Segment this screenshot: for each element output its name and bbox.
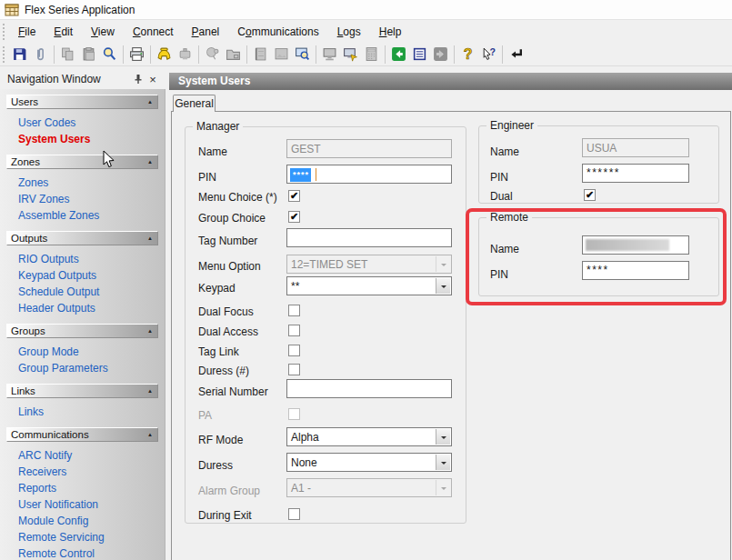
menu-logs[interactable]: Logs (328, 23, 370, 41)
tab-general[interactable]: General (173, 95, 216, 112)
nav-item-zones[interactable]: Zones (0, 175, 165, 191)
find-panel-icon[interactable] (292, 45, 313, 65)
alarm-group-dropdown[interactable]: A1 - (286, 478, 452, 497)
menu-help[interactable]: Help (370, 23, 411, 41)
collapse-icon[interactable]: ▲ (145, 432, 155, 437)
nav-item-system-users[interactable]: System Users (0, 131, 165, 147)
menu-bar: File Edit View Connect Panel Communicati… (0, 20, 732, 43)
enter-icon[interactable] (506, 45, 526, 65)
attach-icon[interactable] (30, 45, 51, 65)
save-icon[interactable] (9, 45, 30, 65)
records-icon[interactable] (409, 45, 430, 65)
engineer-groupbox: Engineer Name USUA PIN ****** Dual (478, 125, 719, 204)
duress-hash-checkbox[interactable] (288, 364, 300, 375)
nav-item-user-codes[interactable]: User Codes (0, 115, 165, 131)
nav-item-irv-zones[interactable]: IRV Zones (0, 191, 165, 207)
nav-section-outputs[interactable]: Outputs ▲ (6, 231, 158, 245)
menu-edit[interactable]: Edit (45, 23, 82, 41)
menu-choice-checkbox[interactable] (288, 190, 300, 202)
window-title: Flex Series Application (25, 4, 135, 16)
print-icon[interactable] (126, 45, 147, 65)
computer-icon[interactable] (319, 45, 340, 65)
duress-dropdown[interactable]: None (286, 453, 452, 472)
dual-access-checkbox[interactable] (288, 325, 300, 336)
collapse-icon[interactable]: ▲ (145, 328, 155, 334)
manager-group-title: Manager (193, 120, 243, 133)
menu-communications[interactable]: Communications (228, 23, 327, 41)
menu-panel[interactable]: Panel (183, 23, 229, 41)
tag-number-input[interactable] (286, 228, 452, 247)
pin-icon[interactable] (131, 72, 145, 86)
manager-name-input[interactable]: GEST (286, 139, 452, 158)
nav-item-remote-control[interactable]: Remote Control (0, 545, 165, 560)
navigation-window-titlebar: Navigation Window × (0, 69, 165, 89)
search-icon[interactable] (99, 45, 120, 65)
nav-item-header-outputs[interactable]: Header Outputs (0, 300, 165, 316)
group-choice-checkbox[interactable] (288, 211, 300, 223)
serial-number-input[interactable] (286, 379, 452, 398)
close-icon[interactable]: × (145, 72, 160, 86)
collapse-icon[interactable]: ▲ (145, 99, 155, 105)
forward-icon[interactable] (430, 45, 451, 65)
nav-item-keypad-outputs[interactable]: Keypad Outputs (0, 267, 165, 284)
during-exit-checkbox[interactable] (288, 508, 300, 520)
dropdown-arrow-icon[interactable] (436, 480, 450, 495)
keypad-dropdown[interactable]: ** (286, 276, 452, 295)
pa-checkbox[interactable] (288, 408, 300, 420)
events-icon[interactable] (202, 45, 223, 65)
collapse-icon[interactable]: ▲ (145, 235, 155, 241)
toolbar-grip[interactable] (2, 46, 6, 63)
copy-icon[interactable] (57, 45, 78, 65)
collapse-icon[interactable]: ▲ (145, 159, 155, 165)
menu-grip[interactable] (2, 24, 6, 40)
remote-name-input[interactable] (582, 235, 689, 255)
engineer-dual-checkbox[interactable] (584, 189, 596, 201)
menu-option-dropdown[interactable]: 12=TIMED SET (286, 255, 452, 274)
nav-section-communications[interactable]: Communications ▲ (6, 427, 158, 442)
menu-connect[interactable]: Connect (124, 23, 183, 41)
engineer-pin-label: PIN (490, 171, 508, 184)
connect-icon[interactable] (154, 45, 175, 65)
panel-image-icon[interactable] (271, 45, 292, 65)
disconnect-icon[interactable] (175, 45, 196, 65)
paste-icon[interactable] (78, 45, 99, 65)
log-icon[interactable] (250, 45, 271, 65)
dropdown-arrow-icon[interactable] (436, 455, 450, 470)
dual-focus-checkbox[interactable] (288, 305, 300, 316)
back-icon[interactable] (388, 45, 409, 65)
help-icon[interactable]: ? (457, 45, 478, 65)
remote-pin-input[interactable]: **** (582, 261, 689, 280)
rf-mode-dropdown[interactable]: Alpha (286, 427, 452, 446)
nav-section-users[interactable]: Users ▲ (6, 95, 158, 109)
nav-section-links[interactable]: Links ▲ (6, 384, 158, 398)
nav-item-group-mode[interactable]: Group Mode (0, 344, 165, 360)
nav-item-reports[interactable]: Reports (0, 480, 165, 496)
dropdown-arrow-icon[interactable] (436, 278, 450, 294)
nav-section-groups[interactable]: Groups ▲ (6, 324, 158, 338)
dropdown-arrow-icon[interactable] (436, 256, 450, 272)
nav-item-arc-notify[interactable]: ARC Notify (0, 447, 165, 464)
nav-item-user-notification[interactable]: User Notification (0, 496, 165, 513)
nav-item-assemble-zones[interactable]: Assemble Zones (0, 207, 165, 224)
nav-item-rio-outputs[interactable]: RIO Outputs (0, 251, 165, 267)
nav-item-schedule-output[interactable]: Schedule Output (0, 284, 165, 300)
folder-icon[interactable] (223, 45, 244, 65)
engineer-name-input[interactable]: USUA (582, 138, 689, 157)
nav-item-remote-servicing[interactable]: Remote Servicing (0, 529, 165, 545)
menu-view[interactable]: View (82, 23, 124, 41)
dropdown-arrow-icon[interactable] (436, 429, 450, 445)
calculator-icon[interactable] (361, 45, 382, 65)
nav-section-zones[interactable]: Zones ▲ (6, 155, 158, 169)
nav-item-links[interactable]: Links (0, 404, 165, 420)
nav-item-module-config[interactable]: Module Config (0, 513, 165, 529)
menu-file[interactable]: File (9, 23, 45, 41)
collapse-icon[interactable]: ▲ (145, 388, 155, 394)
navigation-body: Users ▲ User Codes System Users Zones ▲ … (0, 89, 165, 560)
nav-item-group-parameters[interactable]: Group Parameters (0, 360, 165, 376)
nav-item-receivers[interactable]: Receivers (0, 464, 165, 480)
send-config-icon[interactable] (340, 45, 361, 65)
engineer-pin-input[interactable]: ****** (582, 164, 689, 183)
context-help-icon[interactable]: ? (478, 45, 499, 65)
manager-pin-input[interactable]: **** (286, 165, 452, 184)
tag-link-checkbox[interactable] (288, 345, 300, 356)
